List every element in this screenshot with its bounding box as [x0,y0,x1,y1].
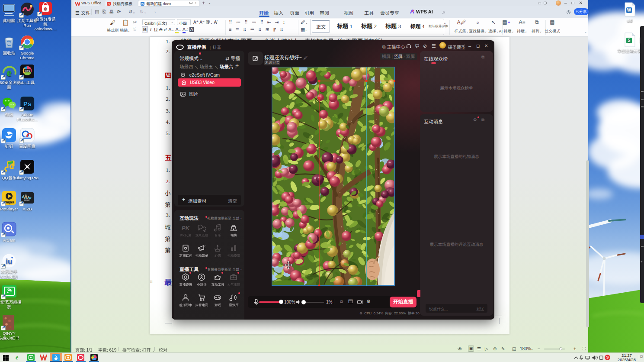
svg-text:Ps: Ps [23,100,31,107]
svg-text:W: W [627,8,631,13]
svg-text:AIZB-3: AIZB-3 [24,200,31,202]
svg-text:PK: PK [182,225,190,231]
svg-text:OBS: OBS [25,70,30,72]
svg-text:D: D [108,2,110,5]
svg-text:e: e [44,6,47,12]
svg-text:W: W [141,2,144,5]
svg-text:e: e [6,66,12,79]
svg-text:iu: iu [6,257,12,265]
svg-text:S: S [628,38,631,43]
